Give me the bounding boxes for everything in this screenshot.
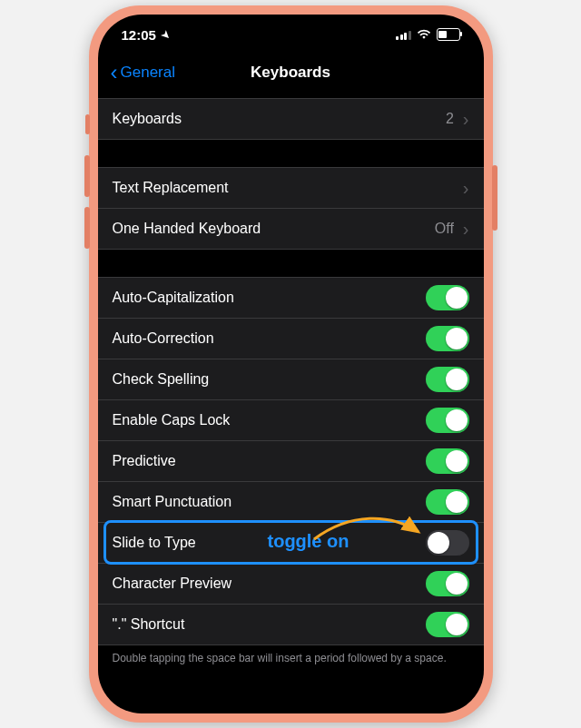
group-keyboards: Keyboards 2 › xyxy=(98,98,484,140)
toggle-switch[interactable] xyxy=(426,530,469,556)
row-toggle[interactable]: Auto-Correction xyxy=(98,318,484,359)
row-label: Enable Caps Lock xyxy=(113,412,417,428)
row-one-handed[interactable]: One Handed Keyboard Off › xyxy=(98,208,484,249)
toggle-switch[interactable] xyxy=(426,571,469,596)
row-label: Keyboards xyxy=(113,111,437,127)
toggle-switch[interactable] xyxy=(426,612,469,637)
row-toggle[interactable]: Slide to Type xyxy=(98,522,484,563)
notch xyxy=(204,15,377,38)
power-button xyxy=(492,165,497,231)
toggle-switch[interactable] xyxy=(426,285,469,310)
toggle-switch[interactable] xyxy=(426,448,469,474)
cellular-icon xyxy=(396,30,411,40)
row-label: Predictive xyxy=(113,453,417,469)
wifi-icon xyxy=(417,29,431,40)
row-label: Character Preview xyxy=(113,576,417,592)
row-toggle[interactable]: "." Shortcut xyxy=(98,604,484,644)
toggle-switch[interactable] xyxy=(426,326,469,351)
chevron-left-icon: ‹ xyxy=(111,62,118,84)
row-label: Slide to Type xyxy=(113,535,417,551)
phone-frame: 12:05 ➤ ‹ xyxy=(89,5,493,723)
row-label: "." Shortcut xyxy=(113,616,417,633)
page-title: Keyboards xyxy=(251,64,330,82)
volume-up-button xyxy=(84,155,90,197)
status-time: 12:05 xyxy=(122,27,156,43)
row-text-replacement[interactable]: Text Replacement › xyxy=(98,168,484,208)
row-toggle[interactable]: Character Preview xyxy=(98,563,484,604)
back-button[interactable]: ‹ General xyxy=(111,62,175,84)
row-keyboards[interactable]: Keyboards 2 › xyxy=(98,99,484,139)
row-value: Off xyxy=(435,221,454,237)
row-toggle[interactable]: Smart Punctuation xyxy=(98,481,484,522)
nav-header: ‹ General Keyboards xyxy=(98,54,484,91)
row-label: Text Replacement xyxy=(113,180,454,196)
toggle-switch[interactable] xyxy=(426,367,469,392)
volume-down-button xyxy=(84,207,90,249)
row-toggle[interactable]: Enable Caps Lock xyxy=(98,399,484,440)
row-label: Smart Punctuation xyxy=(113,494,417,510)
group-toggles: Auto-CapitalizationAuto-CorrectionCheck … xyxy=(98,277,484,645)
back-label: General xyxy=(121,64,175,82)
location-icon: ➤ xyxy=(160,27,174,42)
row-label: One Handed Keyboard xyxy=(113,221,426,237)
chevron-right-icon: › xyxy=(463,219,469,240)
toggle-switch[interactable] xyxy=(426,489,469,515)
screen: 12:05 ➤ ‹ xyxy=(98,15,484,713)
chevron-right-icon: › xyxy=(463,109,469,130)
row-value: 2 xyxy=(446,111,454,127)
row-label: Auto-Capitalization xyxy=(113,290,417,306)
row-toggle[interactable]: Predictive xyxy=(98,440,484,481)
footer-text: Double tapping the space bar will insert… xyxy=(98,645,484,665)
row-label: Check Spelling xyxy=(113,371,417,388)
row-toggle[interactable]: Auto-Capitalization xyxy=(98,278,484,318)
row-label: Auto-Correction xyxy=(113,330,417,347)
toggle-switch[interactable] xyxy=(426,408,469,433)
mute-switch xyxy=(85,114,90,134)
row-toggle[interactable]: Check Spelling xyxy=(98,359,484,399)
group-text-options: Text Replacement › One Handed Keyboard O… xyxy=(98,167,484,250)
battery-icon xyxy=(437,28,460,41)
chevron-right-icon: › xyxy=(463,178,469,199)
